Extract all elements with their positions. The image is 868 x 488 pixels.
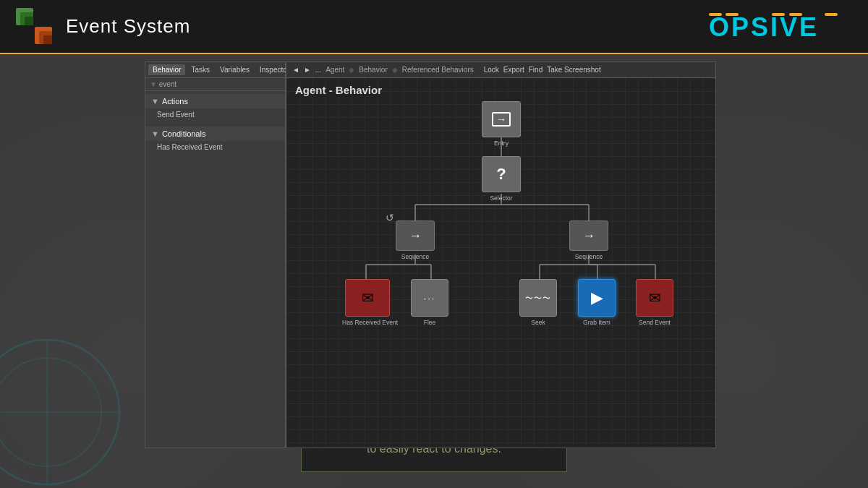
send-event-label: Send Event [639, 319, 671, 326]
triangle-icon: ▼ [151, 97, 159, 106]
svg-rect-9 [772, 13, 785, 16]
node-has-received-event[interactable]: ✉ Has Received Event [342, 279, 393, 326]
question-icon: ? [496, 165, 506, 184]
sidebar-item-send-event[interactable]: Send Event [145, 108, 285, 121]
flee-label: Flee [424, 319, 436, 326]
sidebar-item-has-received-event[interactable]: Has Received Event [145, 141, 285, 153]
opsive-logo: OPSIVE [709, 10, 854, 43]
nav-next[interactable]: ► [304, 66, 311, 74]
screenshot-btn[interactable]: Take Screenshot [547, 66, 601, 74]
node-seq1[interactable]: ↺ → Sequence [396, 221, 435, 260]
find-btn[interactable]: Find [529, 66, 542, 74]
behavior-tree-canvas: ◄ ► ... Agent ◆ Behavior ◆ Referenced Be… [286, 61, 716, 448]
node-grab-item[interactable]: ▶ Grab Item [578, 279, 616, 326]
seq1-label: Sequence [401, 253, 429, 260]
grab-item-label: Grab Item [583, 319, 610, 326]
node-flee[interactable]: ··· Flee [411, 279, 448, 326]
svg-rect-7 [709, 13, 722, 16]
svg-rect-2 [25, 17, 33, 25]
node-entry[interactable]: → Entry [482, 101, 521, 147]
svg-rect-8 [726, 13, 739, 16]
svg-rect-11 [825, 13, 838, 16]
entry-label: Entry [494, 140, 509, 147]
behavior-label: Behavior [359, 66, 387, 74]
agent-label: Agent [326, 66, 344, 74]
sidebar-section-conditionals: ▼ Conditionals Has Received Event [145, 124, 285, 156]
app-title: Event System [66, 15, 190, 38]
node-seq2[interactable]: → Sequence [569, 221, 608, 260]
cycle-icon: ↺ [386, 212, 394, 223]
node-send-event[interactable]: ✉ Send Event [636, 279, 673, 326]
conditionals-section-title: ▼ Conditionals [145, 127, 285, 141]
tab-behavior[interactable]: Behavior [148, 64, 185, 75]
seq2-label: Sequence [575, 253, 603, 260]
event-label: ▼ event [145, 78, 285, 91]
left-panel-toolbar: Behavior Tasks Variables Inspector [145, 62, 285, 78]
ref-behaviors-label: Referenced Behaviors [402, 66, 474, 74]
export-btn[interactable]: Export [503, 66, 524, 74]
lock-btn[interactable]: Lock [484, 66, 499, 74]
node-seek[interactable]: 〜〜〜 Seek [519, 279, 557, 326]
canvas-title: Agent - Behavior [295, 84, 382, 96]
sidebar-section-actions: ▼ Actions Send Event [145, 91, 285, 124]
main-area: Behavior Tasks Variables Inspector ▼ eve… [0, 54, 868, 488]
seek-label: Seek [531, 319, 545, 326]
tab-tasks[interactable]: Tasks [187, 64, 214, 75]
canvas-content: Agent - Behavior [286, 78, 715, 448]
nav-prev[interactable]: ◄ [292, 66, 299, 74]
node-selector[interactable]: ? Selector [482, 156, 521, 202]
svg-text:OPSIVE: OPSIVE [709, 12, 819, 42]
selector-label: Selector [490, 194, 512, 202]
left-panel: Behavior Tasks Variables Inspector ▼ eve… [145, 61, 286, 448]
actions-section-title: ▼ Actions [145, 94, 285, 108]
header-left: Event System [14, 7, 190, 46]
tab-variables[interactable]: Variables [216, 64, 254, 75]
svg-rect-5 [43, 35, 52, 44]
nav-dots[interactable]: ... [315, 66, 321, 74]
canvas-toolbar: ◄ ► ... Agent ◆ Behavior ◆ Referenced Be… [286, 62, 715, 78]
header: Event System OPSIVE [0, 0, 868, 54]
svg-rect-10 [789, 13, 802, 16]
app-logo-icon [14, 7, 54, 46]
has-received-label: Has Received Event [342, 319, 393, 326]
triangle-icon-2: ▼ [151, 129, 159, 138]
